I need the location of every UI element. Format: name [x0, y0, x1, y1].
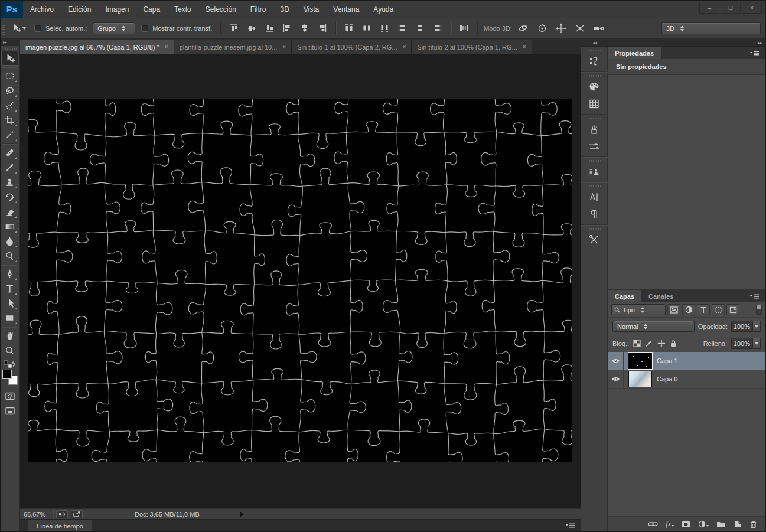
dock-grip[interactable] [588, 118, 601, 119]
layer-visibility-toggle[interactable] [608, 370, 624, 388]
dock-grip[interactable] [588, 50, 601, 51]
tool-presets-panel-icon[interactable] [584, 138, 605, 154]
menu-ventana[interactable]: Ventana [326, 1, 366, 18]
dodge-tool[interactable] [1, 249, 18, 263]
gradient-tool[interactable] [1, 219, 18, 234]
layer-row-capa1[interactable]: Capa 1 [608, 352, 765, 370]
distribute-horizontal-centers-button[interactable] [413, 22, 427, 35]
layer-row-capa0[interactable]: Capa 0 [608, 370, 765, 389]
character-panel-icon[interactable] [584, 189, 605, 205]
layer-visibility-toggle[interactable] [608, 352, 624, 370]
3d-roll-icon[interactable] [534, 22, 550, 35]
distribute-top-edges-button[interactable] [342, 22, 356, 35]
marquee-tool[interactable] [1, 68, 18, 83]
tools-grip[interactable] [4, 48, 17, 50]
timeline-tab[interactable]: Línea de tiempo [28, 520, 92, 531]
clone-stamp-tool[interactable] [1, 175, 18, 190]
document-tab-1[interactable]: imagen puzzle.jpg al 66,7% (Capa 1, RGB/… [20, 40, 174, 54]
tools-collapse-button[interactable]: ▸▸ [1, 38, 19, 46]
eraser-tool[interactable] [1, 204, 18, 219]
dock-grip[interactable] [588, 228, 601, 230]
menu-texto[interactable]: Texto [167, 1, 198, 18]
brush-tool[interactable] [1, 160, 18, 175]
tab-propiedades[interactable]: Propiedades [608, 47, 661, 59]
layers-menu-icon[interactable] [749, 293, 760, 299]
new-group-icon[interactable] [716, 521, 726, 528]
close-button[interactable]: × [742, 2, 762, 14]
menu-filtro[interactable]: Filtro [243, 1, 273, 18]
distribute-vertical-centers-button[interactable] [360, 22, 374, 35]
align-left-edges-button[interactable] [280, 22, 294, 35]
distribute-bottom-edges-button[interactable] [377, 22, 392, 35]
foreground-color-swatch[interactable] [2, 370, 12, 379]
align-top-edges-button[interactable] [227, 22, 241, 35]
menu-edicion[interactable]: Edición [61, 1, 98, 18]
menu-archivo[interactable]: Archivo [23, 1, 61, 18]
menu-ayuda[interactable]: Ayuda [366, 1, 400, 18]
opacity-value[interactable]: 100% [731, 321, 752, 332]
align-vertical-centers-button[interactable] [245, 22, 259, 35]
move-tool-preset-button[interactable] [9, 22, 28, 34]
document-tab-2[interactable]: plantilla-puzzle-inesem.jpg al 10... × [174, 40, 292, 54]
menu-3d[interactable]: 3D [273, 1, 296, 18]
dock-grip[interactable] [588, 75, 601, 77]
document-tab-3[interactable]: Sin título-1 al 100% (Capa 2, RG... × [292, 40, 412, 54]
zoom-tool[interactable] [1, 343, 18, 358]
filter-shape-layers-icon[interactable] [712, 304, 725, 315]
properties-menu-icon[interactable] [749, 50, 760, 56]
color-panel-icon[interactable] [584, 79, 605, 94]
lasso-tool[interactable] [1, 83, 18, 98]
tab-canales[interactable]: Canales [641, 290, 680, 302]
canvas-workspace[interactable] [20, 54, 581, 508]
swatches-panel-icon[interactable] [584, 96, 605, 112]
type-tool[interactable] [1, 281, 18, 296]
blend-mode-dropdown[interactable]: Normal [612, 321, 695, 332]
brush-presets-panel-icon[interactable] [584, 121, 605, 137]
3d-rotate-icon[interactable] [516, 22, 531, 35]
paragraph-panel-icon[interactable] [584, 206, 605, 222]
rectangle-tool[interactable] [1, 311, 18, 325]
distribute-left-edges-button[interactable] [395, 22, 409, 35]
eyedropper-tool[interactable] [1, 128, 18, 142]
link-layers-icon[interactable] [648, 521, 658, 527]
dock-collapse-icon[interactable]: ▸▸ [758, 40, 765, 45]
quick-mask-button[interactable] [1, 389, 18, 403]
foreground-background-swatches[interactable] [2, 370, 18, 385]
distribute-spacing-button[interactable] [457, 22, 471, 35]
show-transform-checkbox[interactable] [141, 25, 148, 32]
tab-close-icon[interactable]: × [165, 44, 168, 50]
dock-grip[interactable] [588, 185, 601, 187]
lock-position-icon[interactable] [657, 340, 666, 347]
workspace-dropdown[interactable]: 3D [661, 22, 761, 34]
menu-vista[interactable]: Vista [296, 1, 326, 18]
tab-close-icon[interactable]: × [523, 44, 526, 50]
3d-slide-icon[interactable] [572, 22, 588, 35]
history-brush-tool[interactable] [1, 190, 18, 204]
delete-layer-icon[interactable] [749, 520, 757, 528]
3d-pan-icon[interactable] [553, 22, 569, 35]
dock-expand-icon[interactable]: ◂◂ [581, 40, 608, 45]
export-icon[interactable] [71, 510, 83, 518]
timeline-menu-icon[interactable] [565, 523, 575, 528]
layer-style-fx-icon[interactable]: fx [666, 520, 674, 528]
show-transform-checkbox-group[interactable]: Mostrar contr. transf. [139, 24, 214, 33]
layer-name[interactable]: Capa 0 [657, 376, 677, 383]
auto-select-checkbox-group[interactable]: Selec. autom.: [32, 24, 89, 33]
spot-healing-brush-tool[interactable] [1, 145, 18, 160]
opacity-dropdown-button[interactable] [752, 321, 761, 332]
fill-combo[interactable]: 100% [731, 338, 761, 349]
align-right-edges-button[interactable] [315, 22, 330, 35]
zoom-level-field[interactable]: 66,67% [20, 509, 53, 519]
align-horizontal-centers-button[interactable] [298, 22, 312, 35]
fill-value[interactable]: 100% [731, 338, 752, 349]
clone-source-panel-icon[interactable] [584, 164, 605, 179]
history-panel-icon[interactable] [584, 53, 605, 69]
tab-close-icon[interactable]: × [282, 44, 286, 50]
tab-close-icon[interactable]: × [403, 44, 406, 50]
hand-tool[interactable] [1, 328, 18, 343]
photoshop-logo[interactable]: Ps [1, 1, 23, 18]
document-canvas[interactable] [28, 99, 572, 462]
new-layer-icon[interactable] [734, 520, 742, 528]
document-size-info[interactable]: Doc: 3,65 MB/11,0 MB [135, 511, 200, 518]
lock-all-icon[interactable] [670, 340, 677, 347]
